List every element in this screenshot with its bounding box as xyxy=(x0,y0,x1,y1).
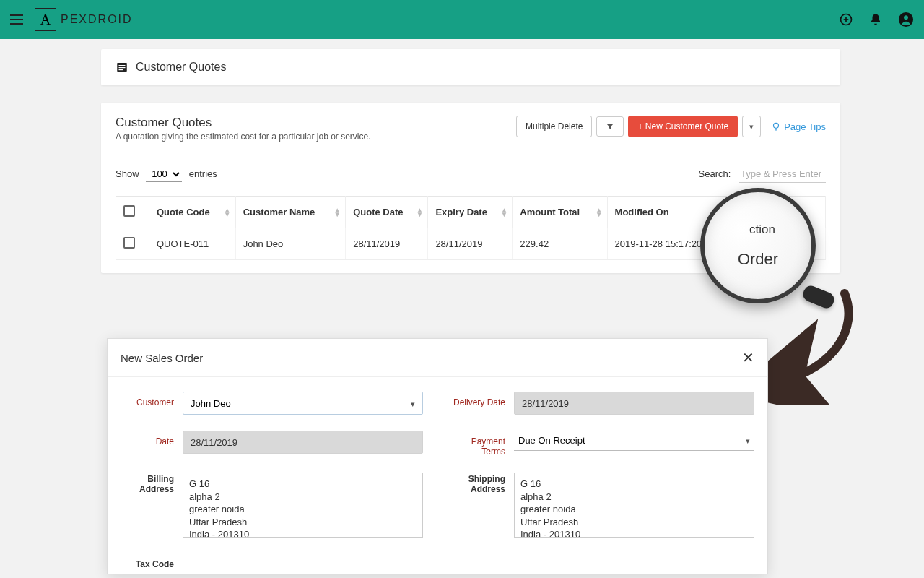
search-input[interactable] xyxy=(739,165,826,183)
list-icon xyxy=(116,61,128,74)
page-title-card: Customer Quotes xyxy=(101,49,840,85)
page-size-select[interactable]: 100 xyxy=(146,166,182,182)
label-tax-code: Tax Code xyxy=(121,553,183,569)
entries-label: entries xyxy=(189,168,217,179)
filter-icon xyxy=(606,122,614,131)
select-all-checkbox[interactable] xyxy=(123,205,135,217)
chevron-down-icon xyxy=(746,435,750,446)
quotes-panel: Customer Quotes A quotation giving the e… xyxy=(101,103,840,273)
customer-select[interactable]: John Deo xyxy=(183,392,423,415)
label-billing-address: Billing Address xyxy=(121,473,183,494)
show-label: Show xyxy=(116,168,139,179)
entries-control: Show 100 entries xyxy=(116,166,217,182)
payment-terms-select[interactable]: Due On Receipt xyxy=(514,431,754,451)
brand[interactable]: A PEXDROID xyxy=(35,8,133,31)
arrow-annotation xyxy=(765,289,859,405)
col-customer-name[interactable]: Customer Name▲▼ xyxy=(235,197,346,228)
label-date: Date xyxy=(121,431,183,447)
multiple-delete-button[interactable]: Multiple Delete xyxy=(516,116,592,137)
col-status[interactable]: Status xyxy=(736,197,825,228)
account-icon[interactable] xyxy=(898,12,914,27)
svg-rect-8 xyxy=(119,69,123,70)
bulb-icon xyxy=(771,121,781,131)
modal-title: New Sales Order xyxy=(121,352,203,364)
topbar-left: A PEXDROID xyxy=(10,8,133,31)
label-delivery-date: Delivery Date xyxy=(452,392,514,407)
col-modified-on[interactable]: Modified On▲▼ xyxy=(607,197,736,228)
panel-subtitle: A quotation giving the estimated cost fo… xyxy=(116,131,371,142)
panel-title: Customer Quotes xyxy=(116,116,371,130)
col-quote-date[interactable]: Quote Date▲▼ xyxy=(346,197,428,228)
cell-modified-on: 2019-11-28 15:17:20 xyxy=(607,228,736,260)
page-tips-link[interactable]: Page Tips xyxy=(771,121,826,132)
page-tips-label: Page Tips xyxy=(784,121,826,132)
col-quote-code[interactable]: Quote Code▲▼ xyxy=(149,197,236,228)
label-shipping-address: Shipping Address xyxy=(452,473,514,494)
bell-icon[interactable] xyxy=(869,13,882,26)
svg-point-4 xyxy=(904,15,908,20)
shipping-address-field[interactable] xyxy=(514,473,754,538)
cell-expiry-date: 28/11/2019 xyxy=(428,228,513,260)
customer-value: John Deo xyxy=(191,398,231,409)
search-control: Search: xyxy=(699,165,826,183)
cell-quote-date: 28/11/2019 xyxy=(346,228,428,260)
svg-rect-6 xyxy=(119,65,126,66)
col-amount-total[interactable]: Amount Total▲▼ xyxy=(513,197,607,228)
add-circle-icon[interactable] xyxy=(839,12,853,27)
cell-quote-code: QUOTE-011 xyxy=(149,228,236,260)
billing-address-field[interactable] xyxy=(183,473,423,538)
close-icon[interactable]: ✕ xyxy=(742,349,754,366)
label-payment-terms: Payment Terms xyxy=(452,431,514,457)
new-customer-quote-button[interactable]: + New Customer Quote xyxy=(628,116,738,137)
chevron-down-icon xyxy=(411,398,415,409)
new-quote-dropdown[interactable] xyxy=(742,116,761,137)
date-field[interactable] xyxy=(183,431,423,454)
search-label: Search: xyxy=(699,168,731,179)
status-badge: Not Ordered xyxy=(744,237,800,251)
cell-amount-total: 229.42 xyxy=(513,228,607,260)
delivery-date-field[interactable] xyxy=(514,392,754,415)
brand-logo: A xyxy=(35,8,56,31)
row-checkbox[interactable] xyxy=(123,237,135,249)
topbar-right xyxy=(839,12,914,27)
page-title: Customer Quotes xyxy=(136,61,226,74)
new-sales-order-modal: New Sales Order ✕ Customer John Deo Deli… xyxy=(107,338,768,574)
payment-terms-value: Due On Receipt xyxy=(518,435,585,446)
col-expiry-date[interactable]: Expiry Date▲▼ xyxy=(428,197,513,228)
topbar: A PEXDROID xyxy=(0,0,924,39)
filter-button[interactable] xyxy=(596,116,624,137)
cell-customer-name: John Deo xyxy=(235,228,346,260)
label-customer: Customer xyxy=(121,392,183,407)
table-row[interactable]: QUOTE-011 John Deo 28/11/2019 28/11/2019… xyxy=(116,228,826,260)
brand-text: PEXDROID xyxy=(61,13,133,26)
hamburger-menu-icon[interactable] xyxy=(10,14,23,25)
quotes-table: Quote Code▲▼ Customer Name▲▼ Quote Date▲… xyxy=(116,196,826,260)
svg-point-9 xyxy=(774,123,779,128)
svg-rect-7 xyxy=(119,67,126,68)
